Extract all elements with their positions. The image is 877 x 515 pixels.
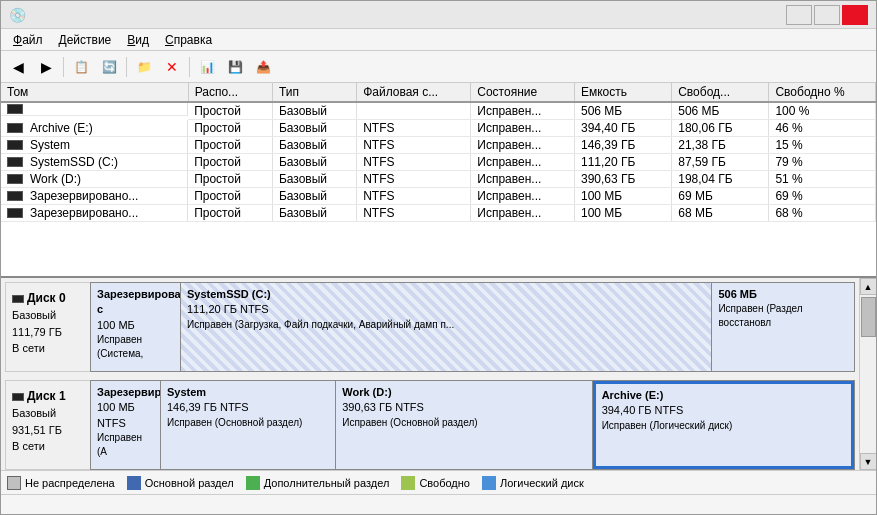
partition-status: Исправен (Основной раздел) [342, 416, 585, 430]
table-row[interactable]: Зарезервировано... Простой Базовый NTFS … [1, 205, 876, 222]
disk-type: Базовый [12, 307, 84, 324]
legend-free: Свободно [401, 476, 470, 490]
table-row[interactable]: Зарезервировано... Простой Базовый NTFS … [1, 188, 876, 205]
table-area: Том Распо... Тип Файловая с... Состояние… [1, 83, 876, 278]
partition[interactable]: SystemSSD (C:)111,20 ГБ NTFSИсправен (За… [181, 283, 712, 371]
partition-name: 506 МБ [718, 287, 848, 302]
partition-size: 100 МБ [97, 318, 174, 333]
close-button[interactable] [842, 5, 868, 25]
cell-free-pct: 15 % [769, 137, 876, 154]
partition[interactable]: Зарезервир100 МБ NTFSИсправен (А [91, 381, 161, 469]
legend-color-free [401, 476, 415, 490]
legend-label-extended: Дополнительный раздел [264, 477, 390, 489]
disk-label: Диск 0Базовый111,79 ГБВ сети [5, 282, 90, 372]
disk-name: Диск 1 [12, 387, 84, 405]
cell-type: Базовый [272, 205, 356, 222]
menu-bar: Файл Действие Вид Справка [1, 29, 876, 51]
menu-view[interactable]: Вид [119, 31, 157, 49]
cell-free: 68 МБ [672, 205, 769, 222]
scroll-up-button[interactable]: ▲ [860, 278, 877, 295]
cell-name: Зарезервировано... [1, 188, 188, 205]
partition-name: Archive (E:) [602, 388, 845, 403]
cell-capacity: 146,39 ГБ [574, 137, 671, 154]
cell-type: Базовый [272, 102, 356, 120]
disk-visual-area[interactable]: Диск 0Базовый111,79 ГБВ сетиЗарезервиров… [1, 278, 859, 470]
table-row[interactable]: Простой Базовый Исправен... 506 МБ 506 М… [1, 102, 876, 120]
toolbar-separator-2 [126, 57, 127, 77]
window-icon: 💿 [9, 7, 26, 23]
partition-name: Work (D:) [342, 385, 585, 400]
toolbar: ◀ ▶ 📋 🔄 📁 ✕ 📊 💾 📤 [1, 51, 876, 83]
cell-free-pct: 51 % [769, 171, 876, 188]
cell-type: Базовый [272, 154, 356, 171]
delete-button[interactable]: ✕ [159, 55, 185, 79]
cell-free: 87,59 ГБ [672, 154, 769, 171]
menu-help[interactable]: Справка [157, 31, 220, 49]
disk-size: 111,79 ГБ [12, 324, 84, 341]
partition[interactable]: System146,39 ГБ NTFSИсправен (Основной р… [161, 381, 336, 469]
table-row[interactable]: System Простой Базовый NTFS Исправен... … [1, 137, 876, 154]
menu-file[interactable]: Файл [5, 31, 51, 49]
legend-primary: Основной раздел [127, 476, 234, 490]
cell-status: Исправен... [471, 154, 575, 171]
cell-layout: Простой [188, 102, 272, 120]
refresh-button[interactable]: 🔄 [96, 55, 122, 79]
table-row[interactable]: Archive (E:) Простой Базовый NTFS Исправ… [1, 120, 876, 137]
disk-label: Диск 1Базовый931,51 ГБВ сети [5, 380, 90, 470]
table-row[interactable]: Work (D:) Простой Базовый NTFS Исправен.… [1, 171, 876, 188]
partition[interactable]: Зарезервировано с100 МБИсправен (Система… [91, 283, 181, 371]
scroll-thumb[interactable] [861, 297, 876, 337]
col-capacity: Емкость [574, 83, 671, 102]
title-bar-left: 💿 [9, 7, 32, 23]
table-row[interactable]: SystemSSD (C:) Простой Базовый NTFS Испр… [1, 154, 876, 171]
cell-free-pct: 68 % [769, 205, 876, 222]
col-layout: Распо... [188, 83, 272, 102]
legend-color-unallocated [7, 476, 21, 490]
partition-status: Исправен (Загрузка, Файл подкачки, Авари… [187, 318, 705, 332]
disk-icon [7, 191, 23, 201]
cell-fs: NTFS [357, 205, 471, 222]
menu-action[interactable]: Действие [51, 31, 120, 49]
cell-fs: NTFS [357, 188, 471, 205]
table-scroll[interactable]: Том Распо... Тип Файловая с... Состояние… [1, 83, 876, 278]
forward-button[interactable]: ▶ [33, 55, 59, 79]
disk-size: 931,51 ГБ [12, 422, 84, 439]
visual-area-wrapper: Диск 0Базовый111,79 ГБВ сетиЗарезервиров… [1, 278, 876, 470]
legend-label-primary: Основной раздел [145, 477, 234, 489]
partition-status: Исправен (Основной раздел) [167, 416, 329, 430]
partition[interactable]: 506 МБИсправен (Раздел восстановл [712, 283, 854, 371]
cell-type: Базовый [272, 188, 356, 205]
cell-status: Исправен... [471, 188, 575, 205]
cell-fs: NTFS [357, 137, 471, 154]
disk-icon-small [12, 393, 24, 401]
cell-free-pct: 46 % [769, 120, 876, 137]
cell-status: Исправен... [471, 171, 575, 188]
chart-button[interactable]: 📊 [194, 55, 220, 79]
export-button[interactable]: 📤 [250, 55, 276, 79]
partition-name: System [167, 385, 329, 400]
partition[interactable]: Work (D:)390,63 ГБ NTFSИсправен (Основно… [336, 381, 592, 469]
minimize-button[interactable] [786, 5, 812, 25]
disk-icon [7, 104, 23, 114]
save-button[interactable]: 💾 [222, 55, 248, 79]
status-bar [1, 494, 876, 514]
cell-type: Базовый [272, 171, 356, 188]
cell-name: SystemSSD (C:) [1, 154, 188, 171]
col-type: Тип [272, 83, 356, 102]
cell-fs: NTFS [357, 120, 471, 137]
cell-free-pct: 79 % [769, 154, 876, 171]
legend-label-free: Свободно [419, 477, 470, 489]
toolbar-separator-3 [189, 57, 190, 77]
partition-size: 100 МБ NTFS [97, 400, 154, 431]
back-button[interactable]: ◀ [5, 55, 31, 79]
table-body: Простой Базовый Исправен... 506 МБ 506 М… [1, 102, 876, 222]
cell-capacity: 100 МБ [574, 205, 671, 222]
restore-button[interactable] [814, 5, 840, 25]
scroll-down-button[interactable]: ▼ [860, 453, 877, 470]
properties-button[interactable]: 📋 [68, 55, 94, 79]
partition[interactable]: Archive (E:)394,40 ГБ NTFSИсправен (Логи… [593, 381, 854, 469]
cell-free-pct: 100 % [769, 102, 876, 120]
folder-button[interactable]: 📁 [131, 55, 157, 79]
disk-icon [7, 208, 23, 218]
cell-layout: Простой [188, 154, 272, 171]
